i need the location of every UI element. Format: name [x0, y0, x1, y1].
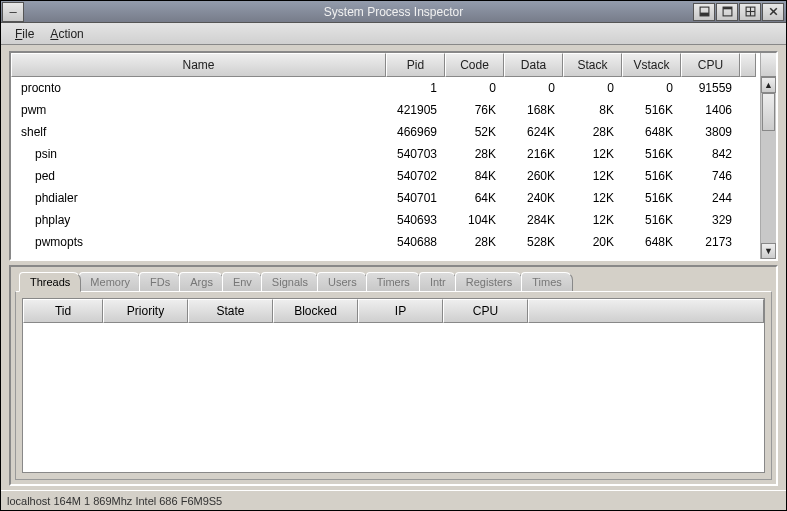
col-name[interactable]: Name — [11, 53, 386, 77]
header-corner — [740, 53, 756, 77]
maximize-button[interactable] — [716, 3, 738, 21]
close-icon — [768, 6, 779, 17]
col-data[interactable]: Data — [504, 53, 563, 77]
table-cell: 466969 — [386, 125, 445, 139]
tab-body: Tid Priority State Blocked IP CPU — [15, 291, 772, 480]
table-cell: 516K — [622, 147, 681, 161]
svg-rect-3 — [723, 7, 732, 9]
process-panel: Name Pid Code Data Stack Vstack CPU proc… — [9, 51, 778, 261]
table-cell: 3809 — [681, 125, 740, 139]
scroll-track[interactable] — [761, 93, 776, 243]
tab-registers[interactable]: Registers — [455, 272, 523, 291]
table-cell: 168K — [504, 103, 563, 117]
table-cell: 516K — [622, 103, 681, 117]
thread-rows-empty — [23, 323, 764, 472]
tcol-cpu[interactable]: CPU — [443, 299, 528, 323]
scroll-thumb[interactable] — [762, 93, 775, 131]
tab-users[interactable]: Users — [317, 272, 368, 291]
table-cell: 0 — [504, 81, 563, 95]
process-rows[interactable]: procnto1000091559pwm42190576K168K8K516K1… — [11, 77, 760, 259]
table-row[interactable]: ped54070284K260K12K516K746 — [11, 165, 760, 187]
table-cell: 842 — [681, 147, 740, 161]
table-cell: 516K — [622, 169, 681, 183]
table-cell: 12K — [563, 213, 622, 227]
menu-file[interactable]: File — [7, 25, 42, 43]
tab-times[interactable]: Times — [521, 272, 573, 291]
table-cell: 528K — [504, 235, 563, 249]
col-vstack[interactable]: Vstack — [622, 53, 681, 77]
table-row[interactable]: pwm42190576K168K8K516K1406 — [11, 99, 760, 121]
table-cell: shelf — [11, 125, 386, 139]
system-menu-button[interactable]: – — [2, 2, 24, 22]
tab-timers[interactable]: Timers — [366, 272, 421, 291]
table-row[interactable]: phdialer54070164K240K12K516K244 — [11, 187, 760, 209]
table-row[interactable]: pwmopts54068828K528K20K648K2173 — [11, 231, 760, 253]
tcol-tid[interactable]: Tid — [23, 299, 103, 323]
detail-panel: ThreadsMemoryFDsArgsEnvSignalsUsersTimer… — [9, 265, 778, 486]
process-scrollbar[interactable]: ▲ ▼ — [760, 53, 776, 259]
minimize-button[interactable] — [693, 3, 715, 21]
table-cell: phplay — [11, 213, 386, 227]
table-cell: 12K — [563, 147, 622, 161]
thread-table: Tid Priority State Blocked IP CPU — [22, 298, 765, 473]
menu-action[interactable]: Action — [42, 25, 91, 43]
table-cell: 540688 — [386, 235, 445, 249]
col-stack[interactable]: Stack — [563, 53, 622, 77]
table-cell: 1 — [386, 81, 445, 95]
status-text: localhost 164M 1 869Mhz Intel 686 F6M9S5 — [7, 495, 222, 507]
scroll-up-button[interactable]: ▲ — [761, 77, 776, 93]
col-cpu[interactable]: CPU — [681, 53, 740, 77]
col-code[interactable]: Code — [445, 53, 504, 77]
table-cell: 91559 — [681, 81, 740, 95]
close-button[interactable] — [762, 3, 784, 21]
table-cell: 540702 — [386, 169, 445, 183]
table-cell: 260K — [504, 169, 563, 183]
table-cell: 648K — [622, 235, 681, 249]
maximize-icon — [722, 6, 733, 17]
tcol-state[interactable]: State — [188, 299, 273, 323]
table-cell: 2173 — [681, 235, 740, 249]
table-cell: 746 — [681, 169, 740, 183]
table-cell: 64K — [445, 191, 504, 205]
col-pid[interactable]: Pid — [386, 53, 445, 77]
table-cell: pwm — [11, 103, 386, 117]
tcol-blocked[interactable]: Blocked — [273, 299, 358, 323]
table-cell: ped — [11, 169, 386, 183]
table-row[interactable]: psin54070328K216K12K516K842 — [11, 143, 760, 165]
tab-signals[interactable]: Signals — [261, 272, 319, 291]
table-cell: 28K — [445, 147, 504, 161]
window-controls — [693, 3, 786, 21]
table-cell: 516K — [622, 191, 681, 205]
tab-env[interactable]: Env — [222, 272, 263, 291]
thread-header-row: Tid Priority State Blocked IP CPU — [23, 299, 764, 323]
table-cell: 329 — [681, 213, 740, 227]
tcol-priority[interactable]: Priority — [103, 299, 188, 323]
tab-args[interactable]: Args — [179, 272, 224, 291]
table-cell: pwmopts — [11, 235, 386, 249]
tab-threads[interactable]: Threads — [19, 272, 81, 292]
window-title: System Process Inspector — [1, 5, 786, 19]
table-cell: 104K — [445, 213, 504, 227]
table-row[interactable]: phplay540693104K284K12K516K329 — [11, 209, 760, 231]
scrollbar-corner — [761, 53, 776, 77]
tcol-ip[interactable]: IP — [358, 299, 443, 323]
table-cell: 84K — [445, 169, 504, 183]
tab-intr[interactable]: Intr — [419, 272, 457, 291]
titlebar[interactable]: – System Process Inspector — [1, 1, 786, 23]
table-cell: 648K — [622, 125, 681, 139]
main-window: – System Process Inspector File Action — [0, 0, 787, 511]
chevron-down-icon: ▼ — [764, 246, 773, 256]
process-header-row: Name Pid Code Data Stack Vstack CPU — [11, 53, 760, 77]
table-cell: 0 — [445, 81, 504, 95]
tab-fds[interactable]: FDs — [139, 272, 181, 291]
restore-button[interactable] — [739, 3, 761, 21]
tab-memory[interactable]: Memory — [79, 272, 141, 291]
table-cell: 28K — [563, 125, 622, 139]
scroll-down-button[interactable]: ▼ — [761, 243, 776, 259]
table-row[interactable]: shelf46696952K624K28K648K3809 — [11, 121, 760, 143]
table-cell: 12K — [563, 191, 622, 205]
table-cell: 20K — [563, 235, 622, 249]
table-cell: 540693 — [386, 213, 445, 227]
table-row[interactable]: procnto1000091559 — [11, 77, 760, 99]
chevron-up-icon: ▲ — [764, 80, 773, 90]
